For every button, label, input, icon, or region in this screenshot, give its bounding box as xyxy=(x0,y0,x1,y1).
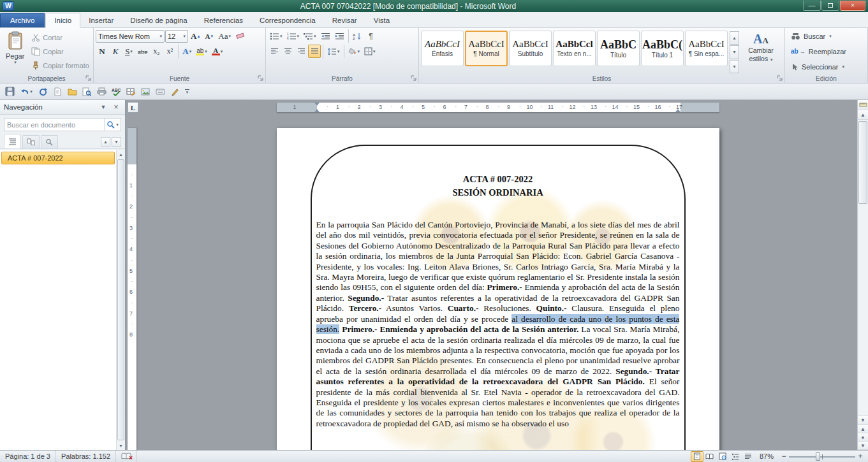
style-sin-espaciado[interactable]: AaBbCcI¶ Sin espa... xyxy=(685,31,728,66)
scroll-up-button[interactable]: ▲ xyxy=(858,110,868,120)
select-browse-object-button[interactable]: ● xyxy=(858,433,868,442)
document-page[interactable]: ACTA # 007-2022 SESIÓN ORDINARIA En la p… xyxy=(277,128,719,450)
justify-button[interactable] xyxy=(308,45,321,58)
font-color-button[interactable]: A▾ xyxy=(210,45,225,58)
numbering-button[interactable]: 123▾ xyxy=(285,29,302,43)
scroll-down-button[interactable]: ▼ xyxy=(858,415,868,425)
full-screen-reading-view-button[interactable] xyxy=(703,451,716,462)
proofing-errors-indicator[interactable]: × xyxy=(116,451,137,462)
document-body-paragraph[interactable]: En la parroquia San Plácido del Cantón P… xyxy=(316,220,680,429)
find-button[interactable]: Buscar▾ xyxy=(787,29,865,43)
next-heading-button[interactable]: ▼ xyxy=(112,137,121,147)
style-normal[interactable]: AaBbCcI¶ Normal xyxy=(465,31,508,66)
replace-button[interactable]: ab→ Reemplazar xyxy=(787,45,865,58)
decrease-indent-button[interactable] xyxy=(319,29,332,43)
tab-referencias[interactable]: Referencias xyxy=(196,13,251,27)
draft-view-button[interactable] xyxy=(742,451,754,462)
cut-button[interactable]: Cortar xyxy=(29,31,91,44)
hanging-indent-marker[interactable] xyxy=(314,109,320,112)
outline-view-button[interactable] xyxy=(729,451,742,462)
subscript-button[interactable]: x₂ xyxy=(150,45,163,58)
italic-button[interactable]: K xyxy=(109,45,122,58)
document-scrollbar[interactable]: ▲ ▼ ▲ ● ▼ xyxy=(857,100,868,450)
navigation-search-input[interactable] xyxy=(4,121,104,129)
word-count-indicator[interactable]: Palabras: 1.152 xyxy=(56,451,116,462)
multilevel-list-button[interactable]: ▾ xyxy=(302,29,318,43)
quick-print-button[interactable] xyxy=(95,85,108,98)
nav-scroll-up-icon[interactable]: ▲ xyxy=(117,150,125,159)
align-center-button[interactable] xyxy=(281,45,294,58)
view-ruler-toggle-button[interactable] xyxy=(858,100,868,110)
grow-font-button[interactable]: A▲ xyxy=(189,29,202,43)
nav-tab-results[interactable] xyxy=(41,135,58,148)
tab-diseno-de-pagina[interactable]: Diseño de página xyxy=(122,13,196,27)
nav-tab-pages[interactable] xyxy=(22,135,40,148)
zoom-level-indicator[interactable]: 87% xyxy=(754,452,779,460)
align-left-button[interactable] xyxy=(268,45,281,58)
select-button[interactable]: Seleccionar▾ xyxy=(787,60,865,73)
navigation-pane-options-button[interactable]: ▼ xyxy=(98,102,108,112)
shading-button[interactable]: ▾ xyxy=(346,45,362,58)
styles-scroll-down-button[interactable]: ▼ xyxy=(730,45,739,59)
document-canvas[interactable]: ACTA # 007-2022 SESIÓN ORDINARIA En la p… xyxy=(138,115,857,450)
bullets-button[interactable]: ▾ xyxy=(268,29,284,43)
open-button[interactable] xyxy=(66,85,78,98)
tab-stop-selector[interactable]: L xyxy=(128,102,138,113)
tab-inicio[interactable]: Inicio xyxy=(45,13,80,28)
font-name-combo[interactable]: Times New Rom▾ xyxy=(96,30,165,43)
borders-button[interactable]: ▾ xyxy=(362,45,378,58)
nav-scroll-thumb[interactable] xyxy=(117,159,124,440)
tab-vista[interactable]: Vista xyxy=(365,13,398,27)
zoom-out-button[interactable]: − xyxy=(779,451,789,461)
tab-insertar[interactable]: Insertar xyxy=(80,13,122,27)
insert-picture-button[interactable] xyxy=(139,85,152,98)
right-indent-marker[interactable] xyxy=(675,109,680,112)
change-styles-button[interactable]: AA Cambiarestilos ▾ xyxy=(740,29,781,73)
nav-scroll-down-icon[interactable]: ▼ xyxy=(117,441,125,450)
style-titulo[interactable]: AaBbCTítulo xyxy=(597,31,640,66)
first-line-indent-marker[interactable] xyxy=(314,103,320,106)
new-document-button[interactable] xyxy=(51,85,64,98)
strikethrough-button[interactable]: abe xyxy=(136,45,149,58)
navigation-scrollbar[interactable]: ▲ ▼ xyxy=(116,150,125,450)
word-logo-icon[interactable]: W xyxy=(3,1,14,11)
style-enfasis[interactable]: AaBbCcIÉnfasis xyxy=(421,31,464,66)
horizontal-ruler[interactable]: 11·2·3·4·5·6·7·8·9·10·11·12·13·14·15·16·… xyxy=(277,103,719,112)
minimize-button[interactable]: — xyxy=(803,1,821,11)
align-right-button[interactable] xyxy=(295,45,307,58)
paragraph-dialog-launcher[interactable] xyxy=(411,75,417,82)
undo-button[interactable]: ▾ xyxy=(18,85,34,98)
line-spacing-button[interactable]: ▾ xyxy=(325,45,342,58)
paste-button[interactable]: Pegar ▾ xyxy=(2,29,28,71)
underline-button[interactable]: S▾ xyxy=(122,45,135,58)
navigation-search-button[interactable]: ▾ xyxy=(104,119,121,131)
sort-button[interactable]: AZ xyxy=(351,29,364,43)
zoom-slider[interactable] xyxy=(789,451,855,462)
web-layout-view-button[interactable] xyxy=(716,451,729,462)
spelling-grammar-button[interactable]: ABC xyxy=(110,85,122,98)
tab-correspondencia[interactable]: Correspondencia xyxy=(251,13,324,27)
text-highlight-button[interactable]: ab▾ xyxy=(194,45,209,58)
redo-button[interactable] xyxy=(36,85,49,98)
next-page-button[interactable]: ▼ xyxy=(858,442,868,450)
pen-input-button[interactable] xyxy=(168,85,181,98)
previous-heading-button[interactable]: ▲ xyxy=(101,137,110,147)
draw-table-button[interactable] xyxy=(124,85,137,98)
save-button[interactable] xyxy=(3,85,16,98)
zoom-in-button[interactable]: + xyxy=(855,451,865,461)
style-texto-en-negrita[interactable]: AaBbCclTexto en n... xyxy=(553,31,596,66)
nav-heading-item[interactable]: ACTA # 007-2022 xyxy=(1,152,115,164)
font-dialog-launcher[interactable] xyxy=(258,75,264,82)
style-subtitulo[interactable]: AaBbCcISubtítulo xyxy=(509,31,552,66)
font-size-combo[interactable]: 12▾ xyxy=(165,30,188,43)
qat-toolbar-options-button[interactable]: ▾ xyxy=(183,85,191,98)
increase-indent-button[interactable] xyxy=(333,29,346,43)
zoom-slider-thumb[interactable] xyxy=(816,452,820,461)
print-layout-view-button[interactable] xyxy=(691,451,703,462)
scroll-thumb[interactable] xyxy=(858,121,867,204)
keyboard-input-button[interactable] xyxy=(154,85,166,98)
close-button[interactable]: × xyxy=(840,1,865,11)
previous-page-button[interactable]: ▲ xyxy=(858,425,868,433)
maximize-button[interactable] xyxy=(821,1,839,11)
text-effects-button[interactable]: A▾ xyxy=(180,45,193,58)
